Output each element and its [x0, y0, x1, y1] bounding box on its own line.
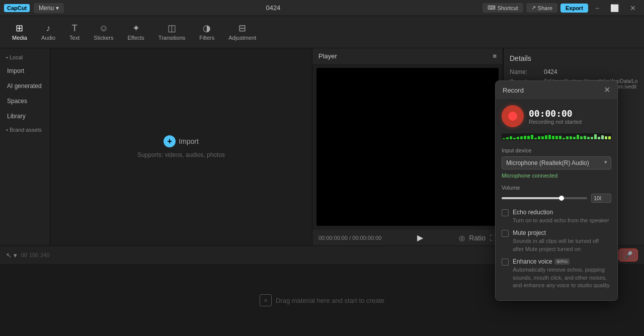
enhance-voice-desc: Automatically remove echos, popping soun…: [513, 266, 611, 289]
mute-project-row: Mute project Sounds in all clips will be…: [502, 229, 611, 253]
echo-reduction-section: Echo reduction Turn on to avoid echo fro…: [502, 209, 611, 289]
modal-close-button[interactable]: ✕: [604, 86, 610, 94]
mute-project-title: Mute project: [513, 229, 611, 236]
record-modal: Record ✕ 00:00:00 Recording not started …: [495, 80, 618, 301]
pro-badge: ⊕Pro: [554, 259, 570, 265]
echo-reduction-text: Echo reduction Turn on to avoid echo fro…: [513, 209, 609, 224]
enhance-voice-row: Enhance voice ⊕Pro Automatically remove …: [502, 258, 611, 289]
mute-project-checkbox[interactable]: [502, 230, 509, 237]
modal-overlay: Record ✕ 00:00:00 Recording not started …: [0, 0, 644, 336]
device-select[interactable]: Microphone (Realtek(R) Audio): [502, 156, 611, 170]
echo-reduction-row: Echo reduction Turn on to avoid echo fro…: [502, 209, 611, 224]
echo-reduction-title: Echo reduction: [513, 209, 609, 216]
input-device-section: Input device Microphone (Realtek(R) Audi…: [502, 147, 611, 179]
rec-time-info: 00:00:00 Recording not started: [529, 108, 582, 125]
enhance-voice-title: Enhance voice ⊕Pro: [513, 258, 611, 265]
record-start-button[interactable]: [502, 105, 524, 127]
enhance-voice-checkbox[interactable]: [502, 259, 509, 266]
volume-label: Volume: [502, 185, 611, 191]
mute-project-desc: Sounds in all clips will be turned off a…: [513, 237, 611, 253]
volume-section: Volume: [502, 185, 611, 203]
input-device-label: Input device: [502, 147, 611, 153]
volume-fill: [502, 197, 561, 199]
record-dot-icon: [508, 112, 517, 121]
device-status: Microphone connected: [502, 173, 611, 179]
modal-title: Record: [503, 87, 524, 94]
volume-row: [502, 194, 611, 203]
volume-input[interactable]: [591, 194, 611, 203]
echo-reduction-desc: Turn on to avoid echo from the speaker: [513, 217, 609, 224]
volume-thumb: [559, 196, 564, 201]
echo-reduction-checkbox[interactable]: [502, 209, 509, 216]
recording-timer: 00:00:00: [529, 108, 582, 119]
modal-body: 00:00:00 Recording not started Input dev…: [496, 99, 617, 300]
modal-header: Record ✕: [496, 81, 617, 99]
volume-meter: [502, 133, 611, 140]
recording-status: 00:00:00 Recording not started: [502, 105, 611, 127]
recording-status-label: Recording not started: [529, 119, 582, 125]
enhance-voice-text: Enhance voice ⊕Pro Automatically remove …: [513, 258, 611, 289]
mute-project-text: Mute project Sounds in all clips will be…: [513, 229, 611, 253]
volume-slider[interactable]: [502, 197, 587, 199]
